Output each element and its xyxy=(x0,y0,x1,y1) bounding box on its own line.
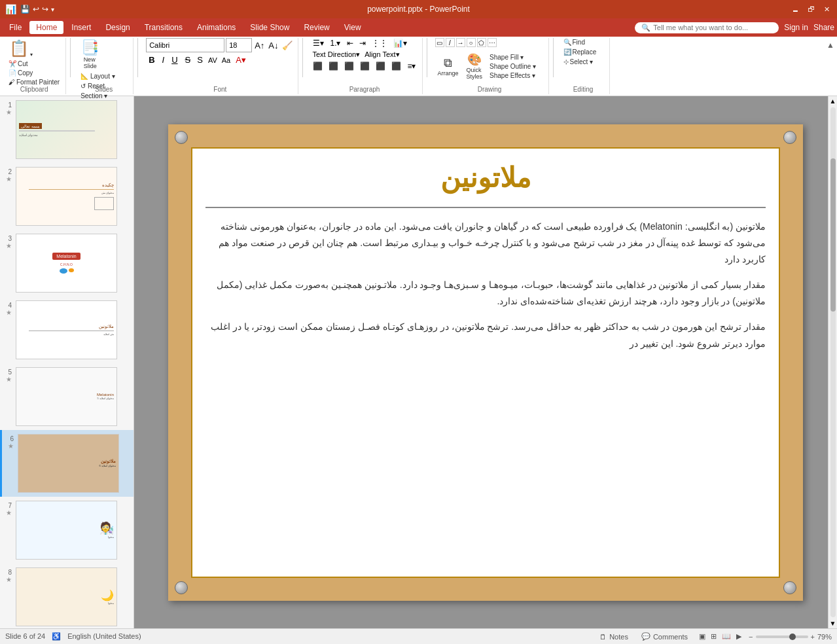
align-right-button[interactable]: ⬛ xyxy=(342,61,356,71)
zoom-in-button[interactable]: + xyxy=(811,633,815,641)
numbering-button[interactable]: 1.▾ xyxy=(328,38,342,48)
shape-more-icon[interactable]: ⋯ xyxy=(488,38,497,47)
reading-view-button[interactable]: 📖 xyxy=(720,632,733,641)
layout-button[interactable]: 📐 Layout ▾ xyxy=(79,72,117,80)
columns-button[interactable]: ⋮⋮ xyxy=(370,38,389,48)
align-center-button[interactable]: ⬛ xyxy=(327,61,340,71)
underline-button[interactable]: U xyxy=(169,54,180,66)
bold-button[interactable]: B xyxy=(146,54,157,66)
menu-review[interactable]: Review xyxy=(297,21,336,34)
zoom-thumb[interactable] xyxy=(789,634,796,640)
decrease-font-button[interactable]: A↓ xyxy=(267,40,279,51)
smartart-button[interactable]: 📊▾ xyxy=(391,38,409,48)
new-slide-button[interactable]: 📑 NewSlide xyxy=(79,38,101,71)
shape-circle-icon[interactable]: ○ xyxy=(467,38,476,47)
copy-button[interactable]: 📄 Copy xyxy=(7,69,35,77)
slide-img-8[interactable]: 🌙 محتوا xyxy=(16,567,117,626)
replace-button[interactable]: 🔄 Replace xyxy=(561,48,599,56)
accessibility-icon[interactable]: ♿ xyxy=(52,632,61,641)
slide-img-6[interactable]: ملاتونین محتوای اسلاید 6 xyxy=(18,434,119,493)
clear-format-button[interactable]: 🧹 xyxy=(281,40,294,51)
zoom-level[interactable]: 79% xyxy=(817,633,832,641)
zoom-slider[interactable] xyxy=(756,635,808,638)
font-size-input[interactable] xyxy=(226,38,252,52)
slide-thumb-5[interactable]: 5 ★ Melatonin محتوای اسلاید 5 xyxy=(0,363,134,430)
menu-file[interactable]: File xyxy=(3,21,28,34)
align-text-button[interactable]: Align Text▾ xyxy=(363,50,401,60)
slide-img-7[interactable]: 🧑‍🔬 محتوا xyxy=(16,501,117,560)
slide-thumb-3[interactable]: 3 ★ Melatonin C.H.N.O xyxy=(0,230,134,296)
shape-line-icon[interactable]: / xyxy=(446,38,455,47)
scroll-thumb[interactable] xyxy=(830,158,836,312)
scroll-down-button[interactable]: ▼ xyxy=(828,618,837,628)
text-direction-button[interactable]: Text Direction▾ xyxy=(311,50,361,60)
slideshow-button[interactable]: ▶ xyxy=(734,632,743,641)
italic-button[interactable]: I xyxy=(160,54,168,66)
shape-outline-button[interactable]: Shape Outline ▾ xyxy=(488,62,538,71)
align-left-button[interactable]: ⬛ xyxy=(311,61,325,71)
justify-button[interactable]: ⬛ xyxy=(358,61,372,71)
save-icon[interactable]: 💾 xyxy=(20,5,30,14)
bullets-button[interactable]: ☰▾ xyxy=(311,38,326,48)
notes-button[interactable]: 🗒 Notes xyxy=(596,632,632,641)
decrease-indent-button[interactable]: ⇤ xyxy=(345,38,355,48)
ltr-button[interactable]: ⬛ xyxy=(389,61,403,71)
increase-font-button[interactable]: A↑ xyxy=(253,40,266,51)
tell-me-input[interactable] xyxy=(653,24,771,31)
shape-fill-button[interactable]: Shape Fill ▾ xyxy=(488,53,538,62)
shape-arrow-icon[interactable]: → xyxy=(456,38,465,47)
menu-view[interactable]: View xyxy=(338,21,368,34)
scroll-up-button[interactable]: ▲ xyxy=(828,96,837,106)
increase-indent-button[interactable]: ⇥ xyxy=(357,38,368,48)
strikethrough-button[interactable]: S xyxy=(183,54,194,66)
ribbon-collapse-button[interactable]: ▲ xyxy=(827,41,834,50)
cut-button[interactable]: ✂️ Cut xyxy=(7,60,30,68)
menu-insert[interactable]: Insert xyxy=(65,21,98,34)
slide-paragraph-2: مقدار بسیار کمی از ملاتونین در غذاهایی م… xyxy=(205,277,766,310)
menu-animations[interactable]: Animations xyxy=(190,21,242,34)
shape-rectangle-icon[interactable]: ▭ xyxy=(435,38,444,47)
rtl-button[interactable]: ⬛ xyxy=(374,61,387,71)
shape-effects-button[interactable]: Shape Effects ▾ xyxy=(488,71,538,80)
line-spacing-button[interactable]: ≡▾ xyxy=(405,61,418,71)
undo-icon[interactable]: ↩ xyxy=(33,5,39,14)
select-button[interactable]: ⊹ Select ▾ xyxy=(561,58,596,66)
slide-img-2[interactable]: چکیده محتوای متن xyxy=(16,167,117,226)
find-button[interactable]: 🔍 Find xyxy=(561,38,587,46)
menu-slideshow[interactable]: Slide Show xyxy=(243,21,296,34)
minimize-button[interactable]: 🗕 xyxy=(790,4,800,14)
slide-sorter-button[interactable]: ⊞ xyxy=(709,632,719,641)
zoom-out-button[interactable]: − xyxy=(749,633,753,641)
paste-dropdown-icon[interactable]: ▾ xyxy=(30,52,33,58)
shape-pentagon-icon[interactable]: ⬠ xyxy=(477,38,486,47)
slide-thumb-4[interactable]: 4 ★ ملاتونین متن اسلاید xyxy=(0,296,134,363)
customize-icon[interactable]: ▾ xyxy=(51,6,54,13)
shadow-button[interactable]: S xyxy=(195,54,205,65)
paste-button[interactable]: 📋 ▾ xyxy=(7,38,35,59)
slide-body[interactable]: ملاتونین (به انگلیسی: Melatonin) یک فراو… xyxy=(205,219,766,361)
redo-icon[interactable]: ↪ xyxy=(42,5,48,14)
quick-styles-button[interactable]: 🎨 QuickStyles xyxy=(464,51,486,81)
menu-home[interactable]: Home xyxy=(29,21,63,34)
menu-design[interactable]: Design xyxy=(99,21,136,34)
close-button[interactable]: ✕ xyxy=(821,4,832,14)
font-size-aa-button[interactable]: Aa xyxy=(221,56,232,65)
slide-img-4[interactable]: ملاتونین متن اسلاید xyxy=(16,300,117,359)
font-color-button[interactable]: A▾ xyxy=(234,54,248,65)
comments-button[interactable]: 💬 Comments xyxy=(637,632,692,641)
menu-transitions[interactable]: Transitions xyxy=(138,21,189,34)
font-family-input[interactable] xyxy=(146,38,224,52)
slide-content-box[interactable]: ملاتونین ملاتونین (به انگلیسی: Melatonin… xyxy=(191,147,780,578)
slide-thumb-7[interactable]: 7 ★ 🧑‍🔬 محتوا xyxy=(0,497,134,564)
slide-thumb-8[interactable]: 8 ★ 🌙 محتوا xyxy=(0,564,134,628)
signin-button[interactable]: Sign in xyxy=(784,23,808,32)
slide-thumb-2[interactable]: 2 ★ چکیده محتوای متن xyxy=(0,163,134,230)
slide-thumb-6[interactable]: 6 ★ ملاتونین محتوای اسلاید 6 xyxy=(0,430,134,497)
arrange-button[interactable]: ⧉ Arrange xyxy=(435,55,461,78)
slide-img-3[interactable]: Melatonin C.H.N.O xyxy=(16,234,117,293)
charspace-button[interactable]: AV xyxy=(207,56,219,65)
normal-view-button[interactable]: ▣ xyxy=(697,632,707,641)
share-button[interactable]: Share xyxy=(813,23,834,32)
slide-img-5[interactable]: Melatonin محتوای اسلاید 5 xyxy=(16,367,117,426)
maximize-button[interactable]: 🗗 xyxy=(806,4,816,14)
